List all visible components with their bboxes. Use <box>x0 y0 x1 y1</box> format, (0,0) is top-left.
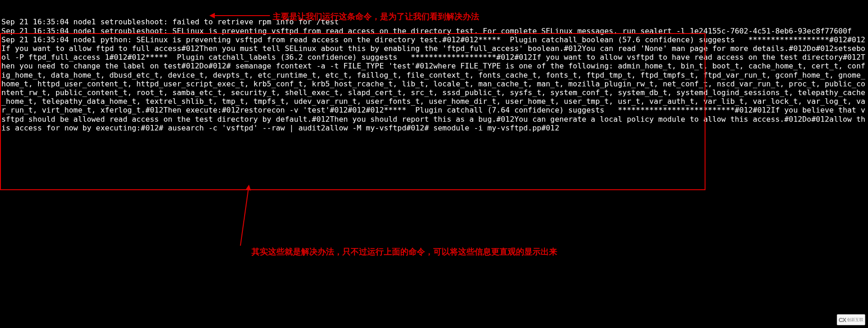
terminal-output: Sep 21 16:35:04 node1 setroubleshoot: fa… <box>0 0 868 328</box>
log-line: Sep 21 16:35:04 node1 python: SELinux is… <box>1 35 867 132</box>
watermark-logo: CX 创新互联 <box>837 314 865 325</box>
watermark-brand: CX <box>839 317 846 323</box>
annotation-arrow-1 <box>214 15 270 16</box>
annotation-text-2: 其实这些就是解决办法，只不过运行上面的命令，可以将这些信息更直观的显示出来 <box>252 246 557 257</box>
log-line: Sep 21 16:35:04 node1 setroubleshoot: SE… <box>1 27 867 35</box>
annotation-text-1: 主要是让我们运行这条命令，是为了让我们看到解决办法 <box>273 11 479 22</box>
watermark-text: 创新互联 <box>847 318 863 322</box>
